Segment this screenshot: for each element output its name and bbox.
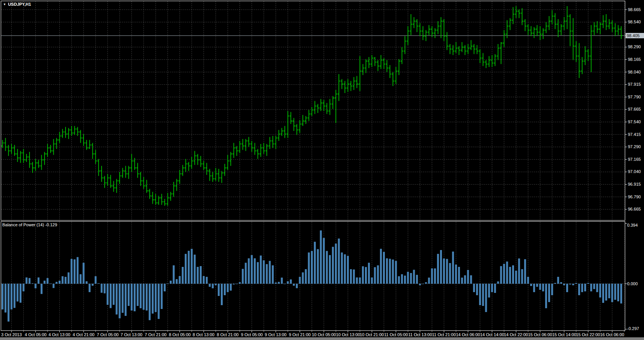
ohlc-bar [302,115,304,126]
bop-bar [419,284,421,285]
ohlc-bar [332,96,334,109]
ohlc-bar [184,159,187,172]
price-axis-label: 98.540 [628,20,641,25]
indicator-axis-label: 0.394 [627,223,638,228]
bop-bar [218,284,220,296]
bop-bar [452,252,454,284]
ohlc-bar [260,144,262,157]
bop-bar [533,284,535,292]
ohlc-bar [106,174,109,186]
ohlc-bar [440,17,442,38]
ohlc-bar [464,45,467,55]
ohlc-bar [64,127,67,138]
bop-bar [446,259,448,284]
bop-bar [386,258,388,284]
bop-bar [548,284,550,302]
bop-bar [65,277,67,284]
ohlc-bar [536,25,539,36]
bop-bar [31,283,33,284]
bop-bar [194,255,196,284]
bop-bar [479,284,481,305]
bop-bar [49,284,51,284]
time-axis-label: 9 Oct 05:00 [238,332,265,337]
time-axis-label: 11 Oct 13:00 [407,332,434,337]
ohlc-bar [614,23,616,36]
bop-bar [116,284,118,314]
bop-bar [173,265,175,284]
ohlc-bar [335,90,337,123]
ohlc-bar [52,139,55,155]
bop-bar [272,265,274,284]
ohlc-bar [557,19,560,37]
ohlc-bar [416,19,418,32]
ohlc-bar [542,28,544,39]
ohlc-bar [154,194,157,205]
ohlc-bar [166,193,169,206]
bop-bar [16,284,18,301]
ohlc-bar [100,166,103,182]
ohlc-bar [248,137,250,147]
ohlc-bar [163,199,166,206]
bop-bar [482,284,484,306]
bop-bar [467,270,469,284]
bop-bar [371,278,373,284]
chart-canvas[interactable] [0,0,644,340]
ohlc-bar [145,180,148,193]
bop-bar [212,284,214,288]
ohlc-bar [428,25,430,35]
ohlc-bar [437,21,439,34]
bop-bar [389,259,391,284]
ohlc-bar [181,165,184,176]
ohlc-bar [230,152,232,166]
ohlc-bar [341,79,343,89]
ohlc-bar [73,126,76,135]
ohlc-bar [307,110,310,121]
bop-bar [506,262,508,284]
ohlc-bar [572,18,575,60]
time-axis-label: 14 Oct 06:00 [455,332,481,337]
ohlc-bar [599,22,601,34]
ohlc-bar [37,160,40,168]
ohlc-bar [289,112,292,124]
time-axis-label: 10 Oct 05:00 [310,332,337,337]
ohlc-bar [214,168,217,181]
bop-bar [359,278,361,284]
bop-bar [269,261,271,284]
ohlc-bar [392,72,394,86]
ohlc-bar [521,8,524,25]
ohlc-bar [43,152,46,165]
price-axis-label: 98.165 [628,57,641,62]
bop-bar [221,284,223,305]
ohlc-bar [58,132,61,143]
price-axis-label: 96.790 [628,195,641,199]
bop-bar [185,254,187,284]
ohlc-bar [235,146,238,156]
ohlc-bar [527,24,529,35]
symbol-dropdown-icon[interactable]: ▼ [3,3,6,6]
time-axis-label: 4 Oct 05:00 [22,332,49,337]
bop-bar [554,283,556,284]
ohlc-bar [13,145,16,156]
bop-bar [434,268,436,284]
ohlc-bar [25,154,28,162]
bop-bar [299,277,301,284]
ohlc-bar [506,20,508,38]
ohlc-bar [347,79,349,92]
bop-bar [476,284,478,295]
ohlc-bar [79,130,82,143]
ohlc-bar [539,26,542,40]
ohlc-bar [566,6,568,29]
ohlc-bar [593,22,596,35]
bop-bar [125,284,127,316]
ohlc-bar [55,138,58,149]
bop-bar [254,258,256,284]
bop-bar [611,284,613,302]
bop-bar [401,274,403,284]
ohlc-bar [551,10,554,25]
ohlc-bar [122,168,124,178]
time-axis-label: 7 Oct 13:00 [118,332,145,337]
ohlc-bar [118,172,121,184]
ohlc-bar [314,101,316,114]
bop-bar [392,260,394,284]
time-axis-label: 11 Oct 05:00 [383,332,409,337]
